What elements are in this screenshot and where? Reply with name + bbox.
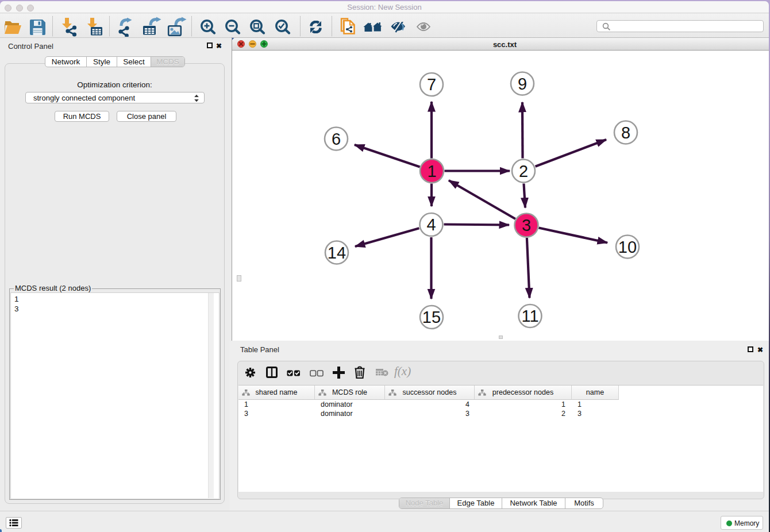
svg-text:4: 4	[426, 215, 436, 234]
svg-text:10: 10	[618, 237, 637, 256]
svg-text:9: 9	[518, 74, 527, 92]
svg-text:7: 7	[427, 75, 436, 94]
svg-text:3: 3	[522, 216, 531, 234]
svg-text:8: 8	[621, 123, 630, 141]
svg-text:15: 15	[422, 308, 441, 326]
svg-text:14: 14	[328, 243, 346, 261]
svg-text:2: 2	[519, 161, 528, 180]
svg-text:1: 1	[427, 161, 436, 180]
svg-text:6: 6	[332, 129, 341, 148]
svg-text:11: 11	[521, 307, 538, 325]
